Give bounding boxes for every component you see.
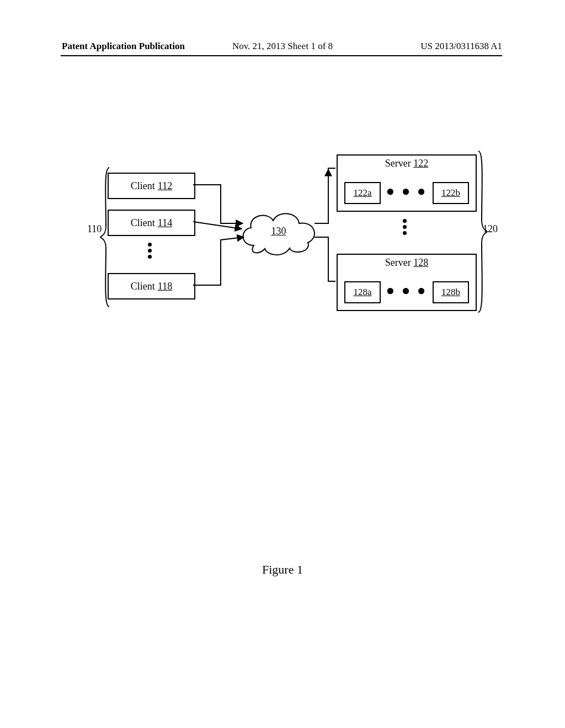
figure-caption: Figure 1 xyxy=(0,563,565,577)
client-ref: 118 xyxy=(158,281,172,292)
header-right: US 2013/0311638 A1 xyxy=(420,41,502,52)
client-box-118: Client 118 xyxy=(108,273,195,299)
client-label: Client xyxy=(131,180,155,192)
server-sub-128b: 128b xyxy=(433,281,469,303)
figure-1-diagram: 110 Client 112 Client 114 Client 118 130 xyxy=(83,146,480,323)
server-box-128: Server 128 128a ● ● ● 128b xyxy=(337,254,477,311)
group-servers-ref: 120 xyxy=(483,223,498,235)
server-title: Server 122 xyxy=(338,158,476,169)
header-left: Patent Application Publication xyxy=(62,41,185,52)
header-divider xyxy=(61,55,502,56)
server-sub-122b: 122b xyxy=(433,182,469,204)
group-clients-ref: 110 xyxy=(87,223,102,235)
client-label: Client xyxy=(131,281,155,292)
page: Patent Application Publication Nov. 21, … xyxy=(0,0,565,728)
client-label: Client xyxy=(131,217,155,229)
client-box-114: Client 114 xyxy=(108,210,195,236)
client-ref: 112 xyxy=(158,180,172,192)
cloud-ref: 130 xyxy=(237,226,320,237)
ellipsis-vertical-icon xyxy=(148,243,152,259)
ellipsis-vertical-icon xyxy=(403,219,407,235)
server-title: Server 128 xyxy=(338,257,476,269)
server-box-122: Server 122 122a ● ● ● 122b xyxy=(337,154,477,212)
client-ref: 114 xyxy=(158,217,172,229)
network-cloud: 130 xyxy=(237,207,320,256)
client-box-112: Client 112 xyxy=(108,173,195,199)
header-center: Nov. 21, 2013 Sheet 1 of 8 xyxy=(232,41,333,52)
